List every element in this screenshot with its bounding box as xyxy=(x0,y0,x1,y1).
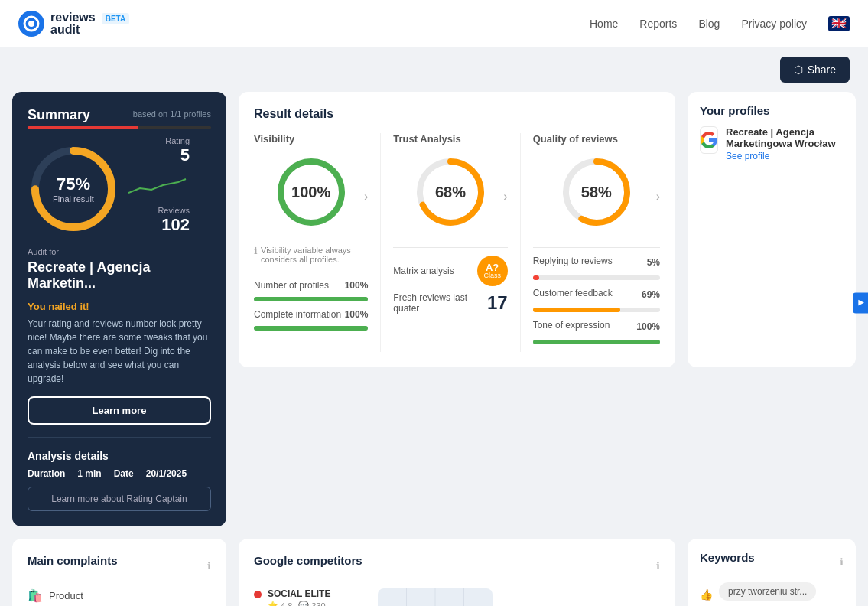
bottom-row: Main complaints ℹ 🛍️ Product 0% 🚗 Delive… xyxy=(0,539,868,606)
nav-home[interactable]: Home xyxy=(590,18,618,30)
main-grid: Summary based on 1/1 profiles 75% Final … xyxy=(0,92,868,539)
competitors-card: Google competitors ℹ SOCIAL ELITE ⭐ 4.8 … xyxy=(239,539,675,606)
trust-percent: 68% xyxy=(435,184,466,201)
num-profiles-val: 100% xyxy=(345,280,369,291)
quality-section: Quality of reviews 58% › Replying to rev… xyxy=(533,133,660,352)
competitors-info-icon[interactable]: ℹ xyxy=(656,560,660,572)
profiles-card: Your profiles Recreate | Agencja Marketi… xyxy=(688,92,856,367)
comp-rating-1: ⭐ 4.8 xyxy=(268,601,292,606)
quality-percent: 58% xyxy=(581,184,612,201)
profiles-title: Your profiles xyxy=(700,104,844,117)
nav-reports[interactable]: Reports xyxy=(639,18,677,30)
keyword-1: 👍 przy tworzeniu str... xyxy=(700,582,844,606)
fresh-row: Fresh reviews last quater 17 xyxy=(393,292,507,314)
audit-name: Recreate | Agencja Marketin... xyxy=(28,259,211,292)
visibility-section: Visibility 100% › ℹ Visibility variable … xyxy=(254,133,381,352)
fresh-value: 17 xyxy=(487,292,508,314)
visibility-arrow[interactable]: › xyxy=(364,190,368,204)
keywords-card: Keywords ℹ 👍 przy tworzeniu str... nie m… xyxy=(688,539,856,606)
visibility-note: ℹ Visibility variable always considers a… xyxy=(254,246,368,264)
duration-value: 1 min xyxy=(77,468,101,479)
language-flag[interactable]: 🇬🇧 xyxy=(828,16,850,31)
logo: reviews BETA audit xyxy=(18,11,129,37)
final-percent: 75% xyxy=(53,174,94,194)
share-icon: ⬡ xyxy=(794,64,803,76)
logo-audit: audit xyxy=(50,23,129,37)
result-details-title: Result details xyxy=(254,107,660,121)
comp-reviews-1: 💬 330 xyxy=(298,601,325,606)
logo-reviews: reviews xyxy=(50,11,96,24)
audit-for-label: Audit for xyxy=(28,247,211,256)
sparkline xyxy=(128,171,190,197)
num-profiles-label: Number of profiles xyxy=(254,280,329,291)
complete-info-val: 100% xyxy=(345,309,369,320)
replying-label: Replying to reviews xyxy=(533,256,613,266)
complaint-product: 🛍️ Product 0% xyxy=(28,588,211,606)
feedback-val: 69% xyxy=(642,289,660,300)
reviews-value: 102 xyxy=(128,215,190,235)
keyword-tag-1: przy tworzeniu str... xyxy=(719,582,816,601)
matrix-row: Matrix analysis A? Class xyxy=(393,256,507,286)
info-icon: ℹ xyxy=(254,246,258,256)
fresh-label: Fresh reviews last quater xyxy=(393,292,487,314)
result-details-card: Result details Visibility 100% › ℹ xyxy=(239,92,675,367)
nailed-desc: Your rating and reviews number look pret… xyxy=(28,317,211,386)
trust-arrow[interactable]: › xyxy=(503,190,507,204)
quality-title: Quality of reviews xyxy=(533,133,660,145)
comp-name-1: SOCIAL ELITE xyxy=(268,588,330,599)
tone-label: Tone of expression xyxy=(533,320,610,331)
complaints-card: Main complaints ℹ 🛍️ Product 0% 🚗 Delive… xyxy=(12,539,226,606)
nav: Home Reports Blog Privacy policy 🇬🇧 xyxy=(590,16,850,31)
based-on: based on 1/1 profiles xyxy=(133,109,211,119)
visibility-title: Visibility xyxy=(254,133,368,145)
date-value: 20/1/2025 xyxy=(146,468,187,479)
comp-dot-1 xyxy=(254,591,262,598)
keywords-title: Keywords xyxy=(700,551,755,564)
profile-logo xyxy=(700,126,718,154)
trust-circle: 68% xyxy=(412,154,489,230)
trust-title: Trust Analysis xyxy=(393,133,507,145)
summary-card: Summary based on 1/1 profiles 75% Final … xyxy=(12,92,226,526)
see-profile-link[interactable]: See profile xyxy=(726,151,769,161)
svg-point-2 xyxy=(28,21,34,27)
analysis-details: Analysis details Duration 1 min Date 20/… xyxy=(28,437,211,511)
competitors-chart: Reviews xyxy=(378,588,493,606)
competitors-title: Google competitors xyxy=(254,554,362,567)
right-edge-bar[interactable]: ◀ xyxy=(853,293,868,314)
learn-more-button[interactable]: Learn more xyxy=(28,396,211,425)
matrix-label: Matrix analysis xyxy=(393,266,454,276)
product-label: Product xyxy=(49,590,83,601)
nav-privacy[interactable]: Privacy policy xyxy=(741,18,807,30)
summary-title: Summary xyxy=(28,107,90,123)
profile-item: Recreate | Agencja Marketingowa Wrocław … xyxy=(700,126,844,161)
rating-label: Rating xyxy=(128,136,190,145)
quality-circle: 58% xyxy=(558,154,635,230)
final-label: Final result xyxy=(53,194,94,204)
beta-badge: BETA xyxy=(102,13,129,24)
feedback-label: Customer feedback xyxy=(533,288,613,298)
visibility-percent: 100% xyxy=(291,184,330,201)
analysis-title: Analysis details xyxy=(28,450,211,462)
complaints-title: Main complaints xyxy=(28,554,118,567)
tone-val: 100% xyxy=(636,321,660,332)
complaints-info-icon[interactable]: ℹ xyxy=(207,560,211,572)
learn-captain-button[interactable]: Learn more about Rating Captain xyxy=(28,487,211,511)
visibility-circle: 100% xyxy=(273,154,349,230)
edge-bar-label: ◀ xyxy=(857,299,865,308)
share-bar: ⬡ Share xyxy=(0,47,868,92)
competitors-list: SOCIAL ELITE ⭐ 4.8 💬 330 Laboratorium St… xyxy=(254,588,369,606)
profile-name: Recreate | Agencja Marketingowa Wrocław xyxy=(726,126,844,149)
complete-info-label: Complete information xyxy=(254,309,341,320)
share-label: Share xyxy=(808,64,836,76)
keywords-info-icon[interactable]: ℹ xyxy=(840,556,844,568)
header: reviews BETA audit Home Reports Blog Pri… xyxy=(0,0,868,47)
thumb-up-icon: 👍 xyxy=(700,588,713,601)
comp-item-1: SOCIAL ELITE ⭐ 4.8 💬 330 xyxy=(254,588,369,606)
product-icon: 🛍️ xyxy=(28,588,43,603)
matrix-badge: A? Class xyxy=(477,256,508,286)
rating-value: 5 xyxy=(128,145,190,165)
nav-blog[interactable]: Blog xyxy=(698,18,720,30)
quality-arrow[interactable]: › xyxy=(656,190,660,204)
share-button[interactable]: ⬡ Share xyxy=(780,57,850,83)
date-label: Date xyxy=(114,468,134,479)
